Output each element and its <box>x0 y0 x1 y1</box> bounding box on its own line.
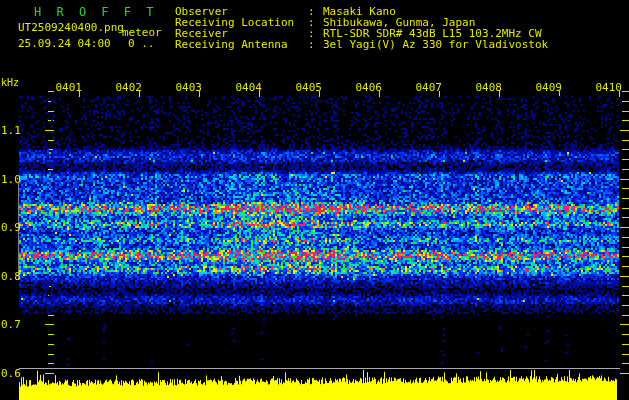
filename-label: UT2509240400.png <box>18 22 124 33</box>
info-value: 3el Yagi(V) Az 330 for Vladivostok <box>323 39 548 50</box>
freq-tick-label: 1.0 <box>1 174 21 185</box>
time-tick-label: 0410 <box>595 82 622 93</box>
freq-tick-label: 0.8 <box>1 271 21 282</box>
freq-tick-label: 1.1 <box>1 125 21 136</box>
spectrogram-canvas <box>0 0 629 400</box>
station-info-row: Receiving Antenna:3el Yagi(V) Az 330 for… <box>175 39 629 50</box>
time-tick-label: 0405 <box>295 82 322 93</box>
freq-tick-label: 0.6 <box>1 368 21 379</box>
hrofft-window: H R O F F T UT2509240400.png meteor 25.0… <box>0 0 629 400</box>
time-tick-label: 0409 <box>535 82 562 93</box>
freq-tick-label: 0.9 <box>1 222 21 233</box>
freq-axis-unit: kHz <box>1 78 19 88</box>
station-info: Observer:Masaki KanoReceiving Location:S… <box>175 6 629 56</box>
app-title: H R O F F T <box>34 6 157 18</box>
time-tick-label: 0402 <box>115 82 142 93</box>
info-colon: : <box>308 39 315 50</box>
info-label: Receiving Antenna <box>175 39 288 50</box>
time-tick-label: 0401 <box>55 82 82 93</box>
datetime-label: 25.09.24 04:00 <box>18 38 111 49</box>
meteor-count-label: 0 .. <box>128 38 155 49</box>
time-tick-label: 0404 <box>235 82 262 93</box>
time-tick-label: 0406 <box>355 82 382 93</box>
time-tick-label: 0407 <box>415 82 442 93</box>
time-tick-label: 0408 <box>475 82 502 93</box>
time-tick-label: 0403 <box>175 82 202 93</box>
freq-tick-label: 0.7 <box>1 319 21 330</box>
